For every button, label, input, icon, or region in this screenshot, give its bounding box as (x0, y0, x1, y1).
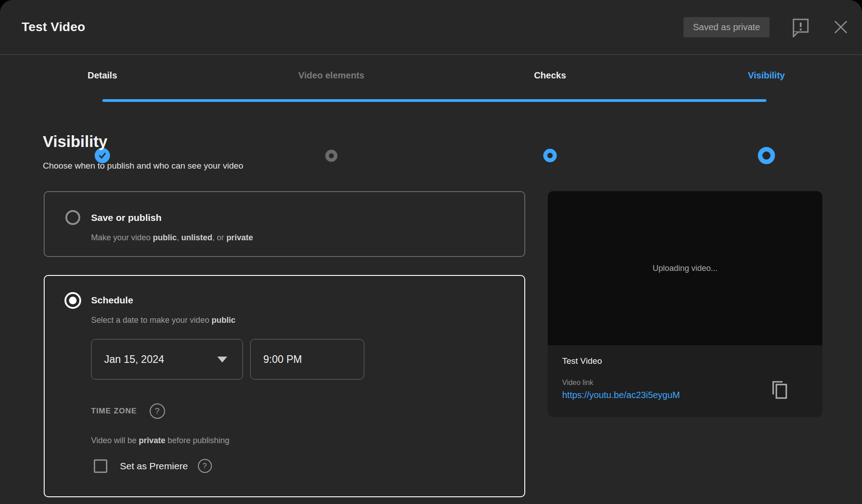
save-or-publish-radio[interactable] (65, 210, 80, 225)
video-info-section: Test Video Video link https://youtu.be/a… (548, 345, 822, 417)
tab-details[interactable]: Details (87, 70, 117, 81)
time-input[interactable]: 9:00 PM (250, 339, 364, 380)
upload-dialog: Test Video Saved as private Details Vide… (0, 0, 862, 504)
video-title: Test Video (22, 20, 85, 34)
page-title: Visibility (43, 133, 107, 151)
date-select[interactable]: Jan 15, 2024 (91, 339, 243, 380)
premiere-row: Set as Premiere ? (94, 459, 212, 473)
close-icon (832, 18, 850, 36)
status-badge: Saved as private (683, 17, 770, 37)
schedule-card[interactable]: Schedule Select a date to make your vide… (44, 275, 525, 497)
question-icon: ? (202, 462, 206, 471)
step-checks-dot[interactable] (543, 149, 557, 162)
feedback-icon (790, 17, 811, 37)
timezone-help-button[interactable]: ? (150, 403, 165, 419)
date-value: Jan 15, 2024 (104, 353, 164, 366)
schedule-desc: Select a date to make your video public (91, 316, 235, 325)
tab-checks[interactable]: Checks (534, 70, 566, 81)
premiere-label[interactable]: Set as Premiere (120, 461, 188, 472)
dialog-header: Test Video Saved as private (0, 0, 862, 55)
save-or-publish-desc: Make your video public, unlisted, or pri… (91, 233, 253, 243)
tab-video-elements[interactable]: Video elements (298, 70, 364, 81)
video-preview-panel: Uploading video... Test Video Video link… (548, 191, 822, 417)
timezone-row: TIME ZONE ? (91, 403, 165, 419)
check-icon (98, 151, 107, 160)
schedule-label[interactable]: Schedule (91, 295, 133, 306)
upload-status-text: Uploading video... (652, 264, 717, 273)
page-subtitle: Choose when to publish and who can see y… (43, 161, 243, 171)
radio-dot (69, 297, 77, 304)
stepper-track (102, 99, 766, 102)
step-visibility-dot[interactable] (758, 147, 775, 164)
schedule-radio[interactable] (64, 292, 81, 309)
stepper: Details Video elements Checks Visibility (0, 55, 862, 127)
feedback-button[interactable] (790, 17, 811, 37)
time-value: 9:00 PM (263, 353, 302, 366)
premiere-help-button[interactable]: ? (198, 459, 212, 473)
save-or-publish-label[interactable]: Save or publish (91, 212, 161, 223)
tab-visibility[interactable]: Visibility (748, 70, 785, 81)
video-player-area: Uploading video... (548, 191, 822, 345)
copy-icon (769, 379, 790, 401)
premiere-checkbox[interactable] (94, 459, 107, 473)
preview-video-title: Test Video (562, 356, 808, 366)
private-note: Video will be private before publishing (91, 436, 229, 445)
close-button[interactable] (832, 18, 850, 36)
save-or-publish-card[interactable]: Save or publish Make your video public, … (44, 191, 525, 257)
question-icon: ? (155, 406, 160, 416)
copy-link-button[interactable] (769, 379, 790, 403)
chevron-down-icon (217, 357, 227, 362)
step-video-elements-dot[interactable] (326, 150, 338, 162)
timezone-label: TIME ZONE (91, 407, 137, 416)
